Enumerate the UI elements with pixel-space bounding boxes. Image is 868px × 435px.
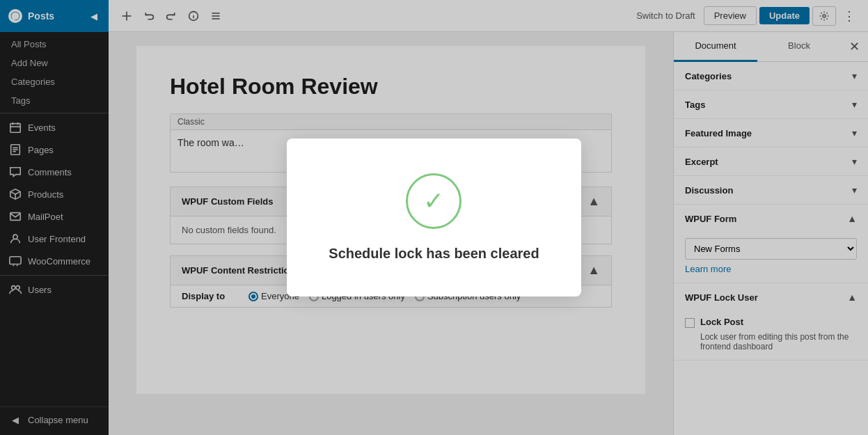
modal-check-circle: ✓ [406,173,461,229]
modal-message: Schedule lock has been cleared [329,246,539,262]
modal-overlay[interactable]: ✓ Schedule lock has been cleared [0,0,868,435]
modal-check-icon: ✓ [423,189,444,214]
modal-box: ✓ Schedule lock has been cleared [287,139,581,296]
